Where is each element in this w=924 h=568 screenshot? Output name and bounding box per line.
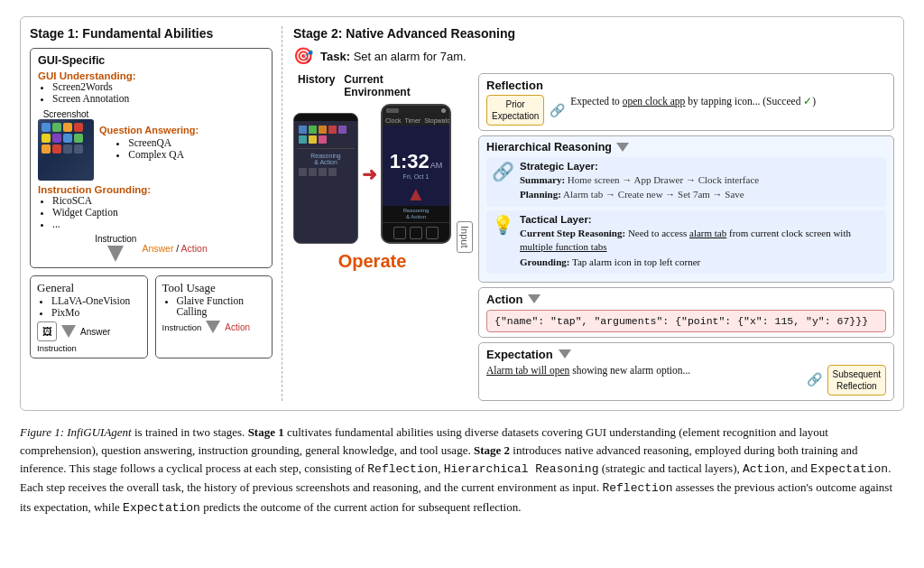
planning-text: Alarm tab → Create new → Set 7am → Save (563, 189, 744, 200)
history-current-header: History Current Environment (298, 73, 447, 98)
phone-status-bar (383, 106, 449, 115)
phone-arrow-overlay: ▲ (406, 182, 426, 206)
instruction-label3: Instruction (37, 343, 141, 353)
alarm-tab-open-link: Alarm tab will open (486, 365, 569, 376)
prior-expectation-row: Prior Expectation 🔗 Expected to open clo… (486, 95, 886, 126)
action-header: Action (486, 293, 886, 306)
list-item: ScreenQA (128, 137, 184, 148)
exp-title: Expectation (486, 348, 553, 361)
app-icon (63, 144, 72, 154)
screenshot-label: Screenshot (43, 109, 89, 119)
gui-specific-box: GUI-Specific GUI Understanding: Screen2W… (30, 48, 273, 268)
list-item: Screen Annotation (52, 93, 264, 104)
svg-marker-1 (61, 325, 76, 338)
general-tool-row: General LLaVA-OneVision PixMo 🖼 Answer I… (30, 275, 273, 358)
current-phone: Clock Timer Stopwatch 1:32 AM Fri, Oct 1 (381, 104, 451, 244)
stage1-title: Stage 1: Fundamental Abilities (30, 26, 273, 41)
svg-marker-2 (206, 321, 220, 333)
action-label2: Action (225, 322, 250, 332)
tool-box: Tool Usage Glaive Function Calling Instr… (155, 275, 273, 358)
svg-marker-0 (107, 246, 124, 262)
app-icon (52, 144, 61, 154)
list-item: Screen2Words (52, 81, 264, 92)
answer-action-label: Answer / Action (142, 243, 207, 254)
image-icon: 🖼 (37, 321, 57, 341)
expectation-mono: Expectation (810, 462, 888, 476)
diagram-area: Stage 1: Fundamental Abilities GUI-Speci… (20, 16, 904, 411)
grounding-label: Instruction Grounding: (38, 184, 264, 195)
list-item: Widget Caption (52, 207, 264, 218)
task-text: Task: Set an alarm for 7am. (320, 50, 467, 63)
current-step-line: Current Step Reasoning: Need to access a… (520, 227, 881, 255)
app-icon (42, 134, 51, 143)
app-icon (42, 123, 51, 132)
app-icon (74, 123, 83, 132)
strategic-content: Strategic Layer: Summary: Home screen → … (520, 161, 881, 203)
arrow-icon2 (205, 321, 221, 333)
reflection-mono: Reflection (367, 462, 438, 476)
alarm-tab-link: alarm tab (689, 228, 726, 238)
list-item: PixMo (51, 307, 141, 318)
hierarchical-mono: Hierarchical Reasoning (444, 462, 599, 476)
task-value: Set an alarm for 7am. (354, 50, 467, 63)
triangle-down-icon (616, 143, 629, 152)
multiple-tabs-link: multiple function tabs (520, 241, 607, 252)
phone-time: 1:32 (390, 152, 430, 172)
phone-ampm: AM (430, 161, 443, 170)
general-box: General LLaVA-OneVision PixMo 🖼 Answer I… (30, 275, 148, 358)
expectation-mono2: Expectation (123, 501, 200, 515)
task-label: Task: (320, 50, 350, 63)
tool-list: Glaive Function Calling (162, 295, 266, 317)
action-code: {"name": "tap", "arguments": {"point": {… (486, 310, 886, 332)
summary-text: Home screen → App Drawer → Clock interfa… (568, 174, 759, 185)
open-clock-link: open clock app (623, 96, 686, 107)
app-icon (42, 144, 51, 154)
target-icon: 🎯 (293, 46, 313, 66)
stage2-title: Stage 2: Native Advanced Reasoning (293, 26, 894, 41)
tactical-layer-row: 💡 Tactical Layer: Current Step Reasoning… (486, 210, 886, 274)
instruction-label4: Instruction (162, 322, 202, 332)
success-check: ✓ (803, 96, 812, 107)
chain-icon: 🔗 (550, 103, 565, 118)
network-icon: 🔗 (492, 161, 514, 182)
grounding-line: Grounding: Tap alarm icon in top left co… (520, 256, 881, 269)
task-bar: 🎯 Task: Set an alarm for 7am. (293, 46, 894, 66)
app-icon (74, 134, 83, 143)
arrow-icon (60, 325, 77, 338)
general-header: General (37, 281, 141, 295)
current-env-label: Current Environment (344, 73, 447, 98)
exp-content-row: Alarm tab will open showing new alarm op… (486, 365, 886, 396)
reflection-title: Reflection (486, 79, 886, 92)
stage1-caption-label: Stage 1 (248, 425, 284, 439)
gui-understanding-list: Screen2Words Screen Annotation (38, 81, 264, 104)
history-phone: Reasoning& Action (293, 113, 358, 244)
list-item: ... (52, 219, 264, 229)
question-list: ScreenQA Complex QA (114, 137, 184, 161)
history-label: History (298, 73, 335, 98)
agent-name: InfiGUIAgent (67, 425, 131, 439)
app-icon (63, 123, 72, 132)
expectation-box: Expectation Alarm tab will open showing … (478, 342, 894, 401)
hier-title: Hierarchical Reasoning (486, 141, 612, 154)
app-icon (52, 134, 61, 143)
planning-line: Planning: Alarm tab → Create new → Set 7… (520, 188, 881, 201)
bulb-icon: 💡 (492, 214, 514, 236)
subsequent-badge: Subsequent Reflection (827, 365, 886, 396)
reflection-text: Expected to open clock app by tapping ic… (570, 95, 886, 107)
app-icon (52, 123, 61, 132)
action-box: Action {"name": "tap", "arguments": {"po… (478, 287, 894, 338)
phone-date: Fri, Oct 1 (403, 173, 430, 180)
list-item: Complex QA (128, 149, 184, 160)
instruction-action-row: Instruction Action (162, 321, 266, 333)
strategic-layer-row: 🔗 Strategic Layer: Summary: Home screen … (486, 157, 886, 207)
phones-row: Reasoning& Action ➜ (293, 104, 451, 244)
reasoning-area: Reflection Prior Expectation 🔗 Expected … (478, 73, 894, 401)
list-item: Glaive Function Calling (177, 295, 266, 317)
screenshot-mock (38, 119, 94, 181)
down-arrow-icon (106, 246, 125, 262)
nav-dot (410, 227, 422, 239)
tactical-content: Tactical Layer: Current Step Reasoning: … (520, 214, 881, 270)
screenshot-instruction-row: Screenshot (38, 107, 264, 181)
list-item: LLaVA-OneVision (51, 295, 141, 306)
app-icon (74, 144, 83, 154)
